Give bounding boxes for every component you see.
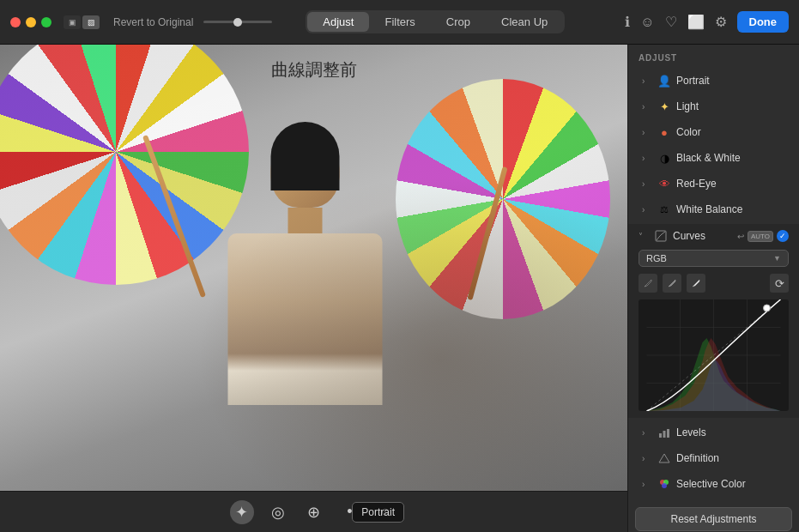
svg-rect-12: [667, 429, 669, 438]
curves-icon: [654, 229, 668, 243]
reset-adjustments-button[interactable]: Reset Adjustments: [635, 507, 792, 531]
chevron-right-icon: ›: [642, 480, 652, 489]
eyedropper-white-button[interactable]: [687, 274, 705, 293]
light-icon: ✦: [657, 100, 671, 113]
levels-label: Levels: [676, 426, 785, 438]
tab-cleanup[interactable]: Clean Up: [486, 12, 563, 32]
heart-button[interactable]: ♡: [665, 14, 677, 30]
sun-tool-button[interactable]: ✦: [230, 500, 254, 524]
adjust-item-color[interactable]: › ● Color: [632, 120, 796, 144]
adjust-item-black-white[interactable]: › ◑ Black & White: [632, 146, 796, 170]
svg-point-9: [764, 305, 771, 311]
fan-right: [396, 79, 610, 319]
selective-color-label: Selective Color: [676, 478, 785, 490]
adjust-item-portrait[interactable]: › 👤 Portrait: [632, 69, 796, 93]
emoji-button[interactable]: ☺: [640, 15, 654, 30]
red-eye-label: Red-Eye: [676, 178, 785, 190]
image-wrapper: 曲線調整前: [0, 45, 627, 532]
portrait-overlay-button[interactable]: Portrait: [352, 502, 404, 523]
traffic-lights: [10, 17, 51, 27]
portrait-icon: 👤: [657, 74, 671, 88]
single-view-btn[interactable]: ▣: [64, 15, 81, 29]
chevron-down-icon: ˅: [639, 232, 649, 241]
chevron-right-icon: ›: [642, 205, 652, 215]
person-neck: [288, 208, 322, 233]
view-toggle: ▣ ▨: [64, 15, 100, 29]
chevron-right-icon: ›: [642, 76, 652, 86]
curves-check-icon: ✓: [777, 230, 789, 242]
done-button[interactable]: Done: [737, 11, 790, 33]
person: [215, 130, 395, 491]
share-button[interactable]: ⬜: [687, 14, 705, 30]
person-torso: [227, 233, 382, 405]
curves-label: Curves: [673, 230, 732, 242]
close-button[interactable]: [10, 17, 21, 27]
person-hair: [270, 122, 339, 190]
photo-scene: [0, 45, 627, 491]
white-balance-icon: ⚖: [657, 203, 671, 216]
minimize-button[interactable]: [26, 17, 36, 27]
curves-graph[interactable]: [639, 299, 789, 411]
adjust-item-white-balance[interactable]: › ⚖ White Balance: [632, 197, 796, 221]
chevron-right-icon: ›: [642, 454, 652, 463]
rgb-dropdown[interactable]: RGB ▼: [639, 250, 789, 267]
adjust-item-definition[interactable]: › Definition: [632, 446, 796, 470]
titlebar-right: ℹ ☺ ♡ ⬜ ⚙ Done: [625, 11, 789, 33]
black-white-label: Black & White: [676, 152, 785, 164]
portrait-label: Portrait: [676, 75, 785, 87]
chevron-right-icon: ›: [642, 428, 652, 438]
definition-label: Definition: [676, 452, 785, 464]
curves-undo-button[interactable]: ↩: [737, 232, 744, 241]
svg-marker-13: [659, 454, 669, 462]
main-area: 曲線調整前: [0, 45, 799, 532]
panel-section-header: ADJUST: [628, 45, 799, 68]
image-canvas: [0, 45, 627, 491]
definition-icon: [657, 451, 671, 465]
target-tool-button[interactable]: ⊕: [302, 500, 326, 524]
rgb-selector-container: RGB ▼: [639, 250, 789, 267]
fan-left: [0, 45, 249, 285]
light-label: Light: [676, 100, 785, 112]
tab-filters[interactable]: Filters: [369, 12, 430, 32]
adjust-item-selective-color[interactable]: › Selective Color: [632, 472, 796, 496]
tab-adjust[interactable]: Adjust: [307, 12, 369, 32]
levels-icon: [657, 426, 671, 439]
black-white-icon: ◑: [657, 151, 671, 165]
color-label: Color: [676, 126, 785, 138]
bottom-toolbar: ✦ ◎ ⊕ • ○ Portrait: [0, 491, 627, 532]
chevron-right-icon: ›: [642, 128, 652, 137]
person-head: [270, 130, 339, 208]
maximize-button[interactable]: [41, 17, 51, 27]
split-view-btn[interactable]: ▨: [82, 15, 100, 29]
rgb-label: RGB: [646, 253, 667, 263]
adjust-item-red-eye[interactable]: › 👁 Red-Eye: [632, 172, 796, 196]
nav-tabs: Adjust Filters Crop Clean Up: [306, 10, 565, 33]
eyedropper-mid-button[interactable]: [663, 274, 681, 293]
color-icon: ●: [657, 125, 671, 139]
curves-tools: ⟳: [628, 270, 799, 296]
auto-badge[interactable]: AUTO: [748, 231, 773, 242]
svg-rect-10: [659, 433, 662, 438]
curves-rotate-button[interactable]: ⟳: [770, 274, 789, 293]
svg-rect-11: [663, 431, 666, 438]
more-button[interactable]: ⚙: [715, 14, 727, 30]
info-button[interactable]: ℹ: [625, 14, 630, 30]
curves-actions: ↩ AUTO ✓: [737, 230, 789, 242]
selective-color-icon: [657, 477, 671, 491]
image-caption: 曲線調整前: [271, 58, 357, 82]
svg-point-16: [662, 483, 667, 488]
revert-to-original-button[interactable]: Revert to Original: [113, 16, 193, 28]
circle-tool-button[interactable]: ◎: [266, 500, 290, 524]
adjust-item-light[interactable]: › ✦ Light: [632, 94, 796, 118]
white-balance-label: White Balance: [676, 203, 785, 215]
red-eye-icon: 👁: [657, 177, 671, 190]
chevron-right-icon: ›: [642, 102, 652, 112]
eyedropper-black-button[interactable]: [639, 274, 657, 293]
titlebar: ▣ ▨ Revert to Original Adjust Filters Cr…: [0, 0, 799, 45]
curves-header[interactable]: ˅ Curves ↩ AUTO ✓: [628, 224, 799, 248]
comparison-slider[interactable]: [203, 21, 272, 23]
tab-crop[interactable]: Crop: [431, 12, 486, 32]
chevron-right-icon: ›: [642, 154, 652, 163]
right-panel: ADJUST › 👤 Portrait › ✦ Light › ● Color …: [627, 45, 799, 532]
adjust-item-levels[interactable]: › Levels: [632, 420, 796, 444]
